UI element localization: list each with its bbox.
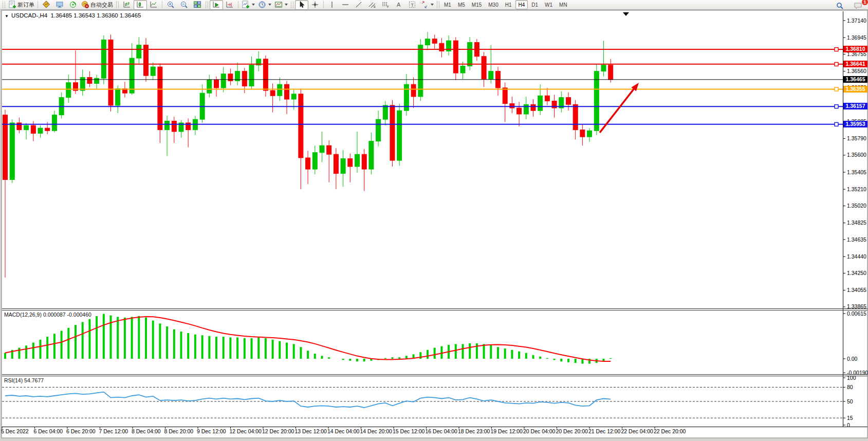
- timeframe-button-m30[interactable]: M30: [485, 0, 501, 9]
- autotrading-icon: [81, 1, 89, 9]
- line-handle[interactable]: [835, 105, 838, 108]
- time-axis-label: 22 Dec 04:00: [621, 428, 653, 434]
- candle-body: [242, 71, 247, 86]
- timeframe-button-h4[interactable]: H4: [515, 0, 528, 9]
- candle-body: [503, 88, 507, 104]
- macd-signal-line: [5, 317, 611, 361]
- chart-shift-button[interactable]: [223, 0, 236, 10]
- svg-text:15: 15: [847, 415, 853, 421]
- trendline-icon: [355, 1, 363, 9]
- fibonacci-icon: F: [381, 1, 390, 9]
- candle-body: [144, 45, 149, 76]
- line-handle[interactable]: [835, 87, 838, 91]
- fibonacci-tool-button[interactable]: F: [379, 0, 392, 10]
- mt4-terminal-window: { "toolbar": { "new_order_label": "新订单",…: [0, 0, 868, 441]
- new-order-button[interactable]: 新订单: [7, 0, 36, 10]
- svg-text:A: A: [397, 2, 401, 8]
- horizontal-line-tool-button[interactable]: [339, 0, 352, 10]
- zoom-out-button[interactable]: [177, 0, 191, 10]
- chart-canvas[interactable]: 1.371401.369451.367551.365601.363701.361…: [0, 0, 868, 441]
- arrows-tool-button[interactable]: [419, 0, 435, 10]
- line-handle[interactable]: [835, 62, 838, 66]
- toolbar-grip[interactable]: [206, 2, 208, 8]
- crosshair-icon: [311, 1, 319, 9]
- arrows-dropdown-caret[interactable]: [431, 4, 434, 6]
- candle-body: [45, 128, 50, 131]
- arrow-annotation[interactable]: [600, 88, 635, 133]
- timeframe-toolbar: M1M5M15M30H1H4D1W1MN: [441, 0, 570, 9]
- price-line-label-1.36355: 1.36355: [843, 86, 867, 93]
- timeframe-button-m5[interactable]: M5: [455, 0, 468, 9]
- candle-body: [468, 43, 472, 66]
- toolbar-grip[interactable]: [291, 2, 293, 8]
- timeframe-button-w1[interactable]: W1: [542, 0, 556, 9]
- timeframe-button-mn[interactable]: MN: [556, 0, 570, 9]
- candle-body: [587, 131, 592, 137]
- svg-text:F: F: [387, 5, 389, 8]
- candle-body: [3, 115, 8, 180]
- market-watch-button[interactable]: [40, 0, 53, 10]
- vertical-line-tool-button[interactable]: [325, 0, 339, 10]
- indicators-dropdown-caret[interactable]: [252, 4, 255, 6]
- candle-body: [453, 41, 458, 73]
- search-button[interactable]: [833, 1, 846, 10]
- candlestick-mode-button[interactable]: [134, 0, 147, 10]
- svg-text:0.00615: 0.00615: [847, 310, 866, 317]
- equidistant-channel-tool-button[interactable]: E: [365, 0, 379, 10]
- time-axis-label: 13 Dec 12:00: [295, 428, 327, 434]
- svg-text:-0.001906: -0.001906: [847, 370, 868, 376]
- candle-body: [376, 119, 381, 141]
- chart-shift-marker[interactable]: [623, 12, 629, 16]
- bar-chart-mode-button[interactable]: [120, 0, 134, 10]
- candle-body: [517, 108, 522, 114]
- candle-body: [52, 115, 57, 131]
- candle-body: [38, 128, 43, 133]
- timeframe-button-d1[interactable]: D1: [528, 0, 541, 9]
- timeframe-button-m15[interactable]: M15: [469, 0, 485, 9]
- text-tool-button[interactable]: A: [392, 0, 405, 10]
- toolbar-grip[interactable]: [116, 2, 119, 8]
- community-chat-button[interactable]: 1: [852, 1, 865, 10]
- tile-windows-button[interactable]: [191, 0, 204, 10]
- window-resize-edge: [0, 438, 868, 441]
- candle-body: [524, 104, 528, 114]
- auto-scroll-button[interactable]: [210, 0, 223, 10]
- periods-dropdown-caret[interactable]: [268, 4, 271, 6]
- toolbar-grip[interactable]: [3, 2, 5, 8]
- cursor-tool-button[interactable]: [295, 0, 308, 10]
- chevron-down-icon[interactable]: ▼: [5, 14, 9, 19]
- candle-body: [256, 59, 261, 65]
- templates-button[interactable]: [273, 0, 289, 10]
- candle-body: [214, 80, 219, 88]
- candle-body: [80, 78, 85, 91]
- candle-body: [594, 71, 599, 131]
- line-handle[interactable]: [835, 122, 838, 126]
- navigator-button[interactable]: [66, 0, 80, 10]
- new-order-label: 新订单: [17, 1, 34, 9]
- templates-dropdown-caret[interactable]: [285, 4, 288, 6]
- channel-icon: E: [368, 1, 376, 9]
- candle-body: [320, 145, 324, 153]
- timeframe-button-h1[interactable]: H1: [502, 0, 515, 9]
- zoom-in-button[interactable]: [164, 0, 177, 10]
- symbol-period-label: USDCAD-,H4: [11, 12, 47, 19]
- candle-body: [573, 104, 578, 130]
- line-handle[interactable]: [835, 48, 838, 51]
- zoom-out-icon: [180, 1, 188, 9]
- indicators-button[interactable]: [240, 0, 256, 10]
- text-label-tool-button[interactable]: T: [405, 0, 419, 10]
- candle-body: [474, 43, 479, 57]
- toolbar-grip[interactable]: [437, 2, 439, 8]
- periods-button[interactable]: [256, 0, 273, 10]
- svg-text:1.35210: 1.35210: [847, 186, 866, 192]
- line-chart-mode-button[interactable]: [147, 0, 160, 10]
- timeframe-button-m1[interactable]: M1: [441, 0, 454, 9]
- trendline-tool-button[interactable]: [352, 0, 365, 10]
- autotrading-button[interactable]: 自动交易: [80, 0, 115, 10]
- candle-body: [482, 57, 486, 79]
- crosshair-tool-button[interactable]: [308, 0, 322, 10]
- arrows-icon: [420, 1, 429, 9]
- data-window-button[interactable]: [53, 0, 66, 10]
- candle-body: [66, 83, 71, 98]
- svg-text:1.35405: 1.35405: [847, 169, 866, 175]
